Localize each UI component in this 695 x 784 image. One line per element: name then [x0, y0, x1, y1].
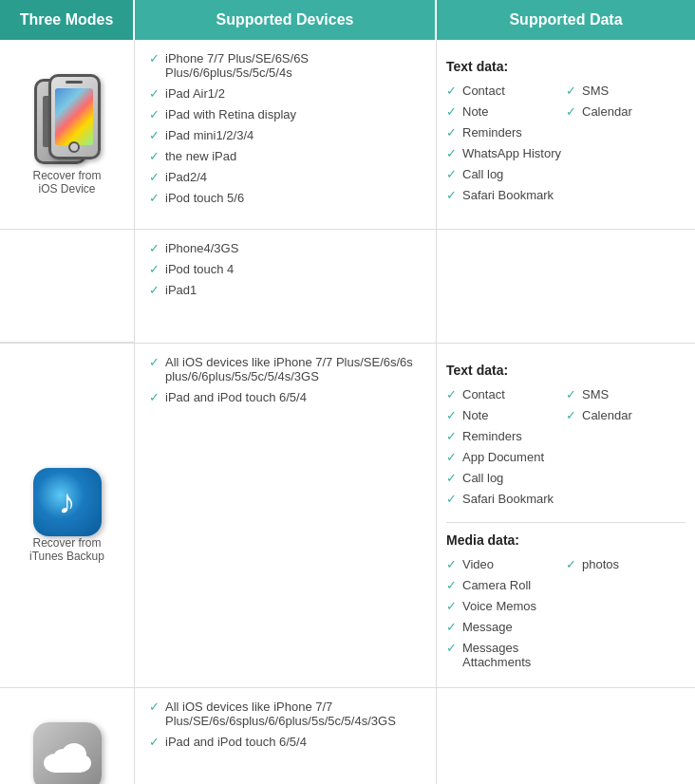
header-data: Supported Data	[437, 0, 695, 40]
check-icon: ✓	[446, 641, 457, 655]
check-icon: ✓	[446, 188, 457, 202]
check-icon: ✓	[149, 262, 160, 276]
check-icon: ✓	[149, 355, 160, 369]
check-icon: ✓	[446, 620, 457, 634]
check-icon: ✓	[446, 492, 457, 506]
device-item-text: iPad with Retina display	[165, 107, 296, 121]
data-cell-itunes: Text data: ✓Contact ✓Note ✓Reminders ✓Ap…	[437, 344, 695, 687]
check-icon: ✓	[446, 146, 457, 160]
list-item: ✓Voice Memos	[446, 599, 566, 613]
table-row: Recover fromiCloud Backup ✓ All iOS devi…	[0, 688, 695, 784]
table-row: Recover fromiOS Device ✓ iPhone 7/7 Plus…	[0, 40, 695, 230]
check-icon: ✓	[446, 557, 457, 571]
list-item: ✓Note	[446, 104, 566, 119]
list-item: ✓Safari Bookmark	[446, 188, 566, 202]
device-item-text: iPad Air1/2	[165, 86, 225, 101]
check-icon: ✓	[149, 149, 160, 163]
list-item: ✓ iPod touch 4	[149, 262, 424, 276]
header-modes: Three Modes	[0, 0, 135, 40]
check-icon: ✓	[149, 51, 160, 65]
device-item-text: the new iPad	[165, 149, 236, 163]
list-item: ✓ iPad Air1/2	[149, 86, 424, 101]
check-icon: ✓	[149, 390, 160, 404]
check-icon: ✓	[566, 84, 576, 98]
mode-cell-itunes: ♪ Recover fromiTunes Backup	[0, 344, 135, 687]
data-section-title-media: Media data:	[446, 532, 686, 548]
list-item: ✓Calendar	[566, 408, 686, 422]
check-icon: ✓	[446, 84, 457, 98]
list-item: ✓ iPhone4/3GS	[149, 241, 424, 255]
list-item: ✓Calendar	[566, 104, 686, 119]
check-icon: ✓	[149, 735, 160, 749]
list-item: ✓Messages Attachments	[446, 641, 566, 669]
list-item: ✓Call log	[446, 471, 566, 485]
list-item: ✓Note	[446, 408, 566, 422]
list-item: ✓ All iOS devices like iPhone 7/7 Plus/S…	[149, 700, 424, 728]
mode-cell-ios: Recover fromiOS Device	[0, 40, 135, 229]
device-item-text: iPad mini1/2/3/4	[165, 128, 254, 142]
check-icon: ✓	[446, 429, 457, 443]
data-section-title: Text data:	[446, 363, 686, 378]
device-cell-ios: ✓ iPhone 7/7 Plus/SE/6S/6S Plus/6/6plus/…	[135, 40, 437, 229]
list-item: ✓ iPad2/4	[149, 170, 424, 184]
list-item: ✓ iPad mini1/2/3/4	[149, 128, 424, 142]
data-cell-ios: Text data: ✓Contact ✓Note ✓Reminders ✓Wh…	[437, 40, 695, 229]
check-icon: ✓	[446, 450, 457, 464]
check-icon: ✓	[566, 387, 576, 401]
check-icon: ✓	[149, 107, 160, 121]
check-icon: ✓	[446, 578, 457, 592]
list-item: ✓photos	[566, 557, 686, 571]
svg-point-4	[62, 743, 86, 766]
check-icon: ✓	[446, 471, 457, 485]
check-icon: ✓	[149, 241, 160, 255]
check-icon: ✓	[149, 128, 160, 142]
header-data-label: Supported Data	[509, 11, 622, 28]
list-item: ✓Camera Roll	[446, 578, 566, 592]
itunes-icon: ♪	[33, 468, 102, 536]
list-item: ✓ All iOS devices like iPhone 7/7 Plus/S…	[149, 355, 424, 383]
check-icon: ✓	[446, 599, 457, 613]
list-item: ✓SMS	[566, 84, 686, 98]
check-icon: ✓	[149, 283, 160, 297]
data-cell-older	[437, 230, 695, 343]
list-item: ✓WhatsApp History	[446, 146, 566, 160]
table-row: ✓ iPhone4/3GS ✓ iPod touch 4 ✓ iPad1	[0, 230, 695, 344]
mode-cell-icloud: Recover fromiCloud Backup	[0, 688, 135, 784]
icloud-icon	[33, 722, 102, 784]
list-item: ✓Reminders	[446, 429, 566, 443]
device-cell-older: ✓ iPhone4/3GS ✓ iPod touch 4 ✓ iPad1	[135, 230, 437, 343]
list-item: ✓App Document	[446, 450, 566, 464]
list-item: ✓ iPhone 7/7 Plus/SE/6S/6S Plus/6/6plus/…	[149, 51, 424, 80]
check-icon: ✓	[149, 191, 160, 205]
list-item: ✓ iPad1	[149, 283, 424, 297]
table-row: ♪ Recover fromiTunes Backup ✓ All iOS de…	[0, 344, 695, 688]
list-item: ✓Message	[446, 620, 566, 634]
header-devices: Supported Devices	[135, 0, 437, 40]
list-item: ✓ the new iPad	[149, 149, 424, 163]
device-cell-itunes: ✓ All iOS devices like iPhone 7/7 Plus/S…	[135, 344, 437, 687]
check-icon: ✓	[149, 170, 160, 184]
list-item: ✓Safari Bookmark	[446, 492, 566, 506]
data-cell-icloud	[437, 688, 695, 784]
check-icon: ✓	[446, 125, 457, 140]
list-item: ✓ iPad with Retina display	[149, 107, 424, 121]
device-item-text: iPod touch 5/6	[165, 191, 244, 205]
mode-cell-blank	[0, 230, 135, 343]
check-icon: ✓	[149, 700, 160, 714]
list-item: ✓SMS	[566, 387, 686, 401]
list-item: ✓Call log	[446, 167, 566, 181]
check-icon: ✓	[566, 104, 576, 119]
list-item: ✓Video	[446, 557, 566, 571]
header-modes-label: Three Modes	[20, 11, 114, 28]
check-icon: ✓	[566, 557, 576, 571]
device-item-text: iPhone 7/7 Plus/SE/6S/6S Plus/6/6plus/5s…	[165, 51, 424, 80]
data-section-title: Text data:	[446, 59, 686, 74]
data-divider	[446, 522, 686, 523]
check-icon: ✓	[566, 408, 576, 422]
mode-label-ios: Recover fromiOS Device	[32, 169, 101, 196]
list-item: ✓Reminders	[446, 125, 566, 140]
header-devices-label: Supported Devices	[216, 11, 354, 28]
check-icon: ✓	[446, 387, 457, 401]
mode-label-itunes: Recover fromiTunes Backup	[29, 536, 104, 563]
table-header: Three Modes Supported Devices Supported …	[0, 0, 695, 40]
